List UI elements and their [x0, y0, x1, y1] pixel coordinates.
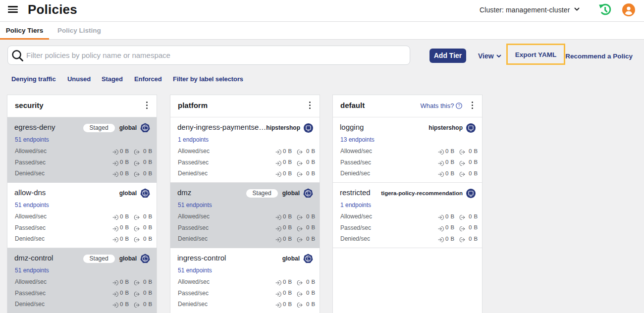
svg-text:?: ? [458, 103, 460, 108]
